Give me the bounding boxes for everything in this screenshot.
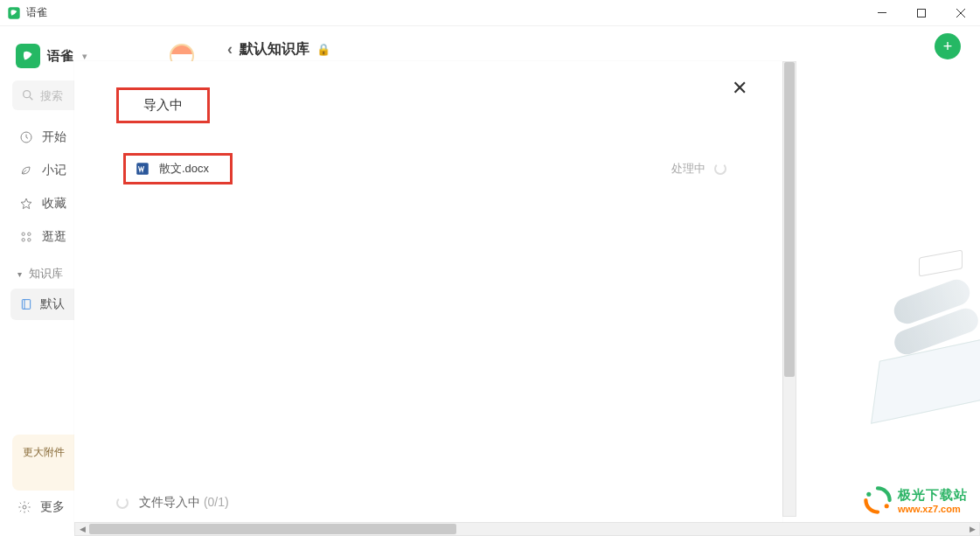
app-logo	[16, 44, 40, 68]
watermark-url: www.xz7.com	[898, 504, 968, 514]
scrollbar-thumb[interactable]	[784, 62, 795, 377]
file-status: 处理中	[671, 161, 705, 177]
svg-point-12	[866, 492, 871, 497]
upgrade-text: 更大附件	[23, 446, 65, 458]
chevron-down-icon: ▾	[17, 269, 22, 279]
import-modal: ✕ 导入中 散文.docx 处理中 文件导入中 (0/1)	[74, 61, 782, 532]
chevron-down-icon: ▾	[82, 51, 87, 62]
svg-rect-9	[22, 300, 30, 310]
search-icon	[21, 88, 35, 102]
workspace-name: 语雀	[47, 48, 73, 65]
svg-rect-2	[917, 9, 925, 17]
annotation-highlight-file: 散文.docx	[123, 153, 233, 184]
svg-point-6	[28, 233, 31, 235]
lock-icon: 🔒	[316, 43, 330, 56]
watermark-title: 极光下载站	[898, 487, 968, 504]
scroll-left-button[interactable]: ◀	[75, 523, 89, 535]
import-file-row: 散文.docx 处理中	[116, 148, 740, 190]
spinner-icon	[714, 163, 726, 175]
app-icon	[7, 6, 21, 20]
scrollbar-thumb[interactable]	[89, 524, 456, 534]
background-illustration	[814, 245, 980, 402]
titlebar-title: 语雀	[26, 5, 47, 20]
footer-count: (0/1)	[204, 495, 229, 509]
nav-label: 收藏	[42, 196, 66, 212]
annotation-highlight-title: 导入中	[116, 87, 210, 123]
scroll-right-button[interactable]: ▶	[965, 523, 979, 535]
spinner-icon	[116, 497, 129, 509]
svg-point-10	[23, 505, 26, 509]
nav-label: 更多	[40, 499, 65, 515]
titlebar: 语雀	[0, 0, 980, 26]
horizontal-scrollbar[interactable]: ◀ ▶	[74, 522, 980, 536]
book-icon	[19, 297, 33, 311]
leaf-icon	[19, 164, 33, 178]
nav-label: 逛逛	[42, 229, 66, 245]
watermark-logo-icon	[863, 485, 893, 515]
star-icon	[19, 197, 33, 211]
minimize-button[interactable]	[862, 0, 901, 26]
grid-icon	[19, 230, 33, 244]
word-doc-icon	[135, 161, 150, 177]
svg-point-13	[885, 504, 889, 508]
svg-rect-1	[878, 12, 886, 13]
watermark: 极光下载站 www.xz7.com	[863, 485, 968, 515]
file-name: 散文.docx	[159, 161, 209, 177]
close-button[interactable]	[941, 0, 980, 26]
nav-label: 小记	[42, 163, 66, 178]
kb-title: 默认知识库	[240, 40, 309, 59]
back-button[interactable]: ‹	[227, 40, 233, 59]
svg-point-3	[24, 91, 31, 98]
section-label: 知识库	[29, 266, 63, 282]
gear-icon	[17, 500, 31, 514]
footer-text: 文件导入中	[139, 495, 200, 509]
modal-title: 导入中	[143, 97, 183, 112]
svg-point-7	[22, 239, 24, 241]
nav-label: 开始	[42, 129, 66, 145]
clock-icon	[19, 130, 33, 144]
add-button[interactable]: +	[935, 33, 961, 59]
maximize-button[interactable]	[901, 0, 941, 26]
svg-point-8	[28, 239, 31, 241]
kb-item-label: 默认	[40, 296, 65, 312]
modal-vertical-scrollbar[interactable]	[782, 61, 796, 517]
svg-point-5	[22, 233, 24, 235]
